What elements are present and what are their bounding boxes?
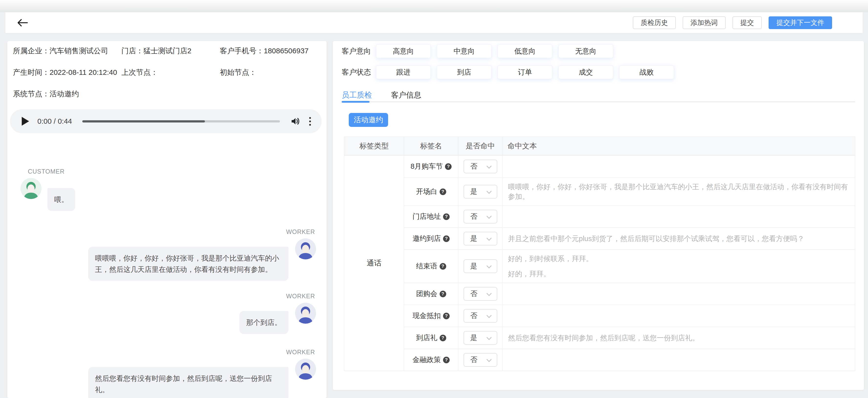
tab-divider xyxy=(342,102,855,102)
chevron-down-icon xyxy=(486,263,491,268)
question-icon[interactable]: ? xyxy=(440,291,446,297)
prev-node-field: 上次节点： xyxy=(121,67,158,78)
audio-played xyxy=(82,120,205,122)
chevron-down-icon xyxy=(486,291,491,296)
hit-select[interactable]: 是 xyxy=(464,259,497,273)
volume-icon[interactable] xyxy=(290,116,301,126)
node-tag-button[interactable]: 活动邀约 xyxy=(349,113,388,127)
hit-text-cell xyxy=(503,349,855,371)
col-header-tag-name: 标签名 xyxy=(404,137,458,155)
chevron-down-icon xyxy=(486,235,491,240)
hit-select[interactable]: 否 xyxy=(464,210,497,223)
submit-button[interactable]: 提交 xyxy=(733,17,762,29)
question-icon[interactable]: ? xyxy=(443,235,450,242)
status-lost-button[interactable]: 战败 xyxy=(619,65,674,79)
intent-label: 客户意向 xyxy=(342,46,376,56)
question-icon[interactable]: ? xyxy=(443,313,450,319)
chat-bubble: 然后您看您有没有时间参加，然后到店呢，送您一份到店礼。 xyxy=(88,367,288,398)
system-node-field: 系统节点：活动邀约 xyxy=(13,88,79,99)
hit-select[interactable]: 是 xyxy=(464,331,497,345)
intent-row: 客户意向 高意向 中意向 低意向 无意向 xyxy=(342,44,613,58)
hit-text-cell xyxy=(503,283,855,305)
status-follow-button[interactable]: 跟进 xyxy=(376,65,431,79)
question-icon[interactable]: ? xyxy=(440,189,446,195)
worker-avatar xyxy=(295,359,316,380)
question-icon[interactable]: ? xyxy=(440,335,446,341)
audio-time: 0:00 / 0:44 xyxy=(37,117,72,125)
question-icon[interactable]: ? xyxy=(443,214,450,220)
call-detail-panel: 所属企业：汽车销售测试公司 门店：猛士测试门店2 客户手机号：180865069… xyxy=(7,41,327,398)
info-row-2: 产生时间：2022-08-11 20:12:40 上次节点： 初始节点： xyxy=(7,67,327,78)
store-field: 门店：猛士测试门店2 xyxy=(121,46,191,56)
company-field: 所属企业：汽车销售测试公司 xyxy=(13,46,108,56)
worker-avatar xyxy=(295,238,316,259)
table-row: 团购会? 否 xyxy=(404,283,855,305)
chat-message-worker-3: WORKER 然后您看您有没有时间参加，然后到店呢，送您一份到店礼。 xyxy=(88,349,316,398)
qc-panel: 客户意向 高意向 中意向 低意向 无意向 客户状态 跟进 到店 订单 成交 战败… xyxy=(333,41,864,390)
tab-staff-qc[interactable]: 员工质检 xyxy=(342,90,372,107)
speaker-label: CUSTOMER xyxy=(28,168,65,175)
hit-select[interactable]: 是 xyxy=(464,185,497,199)
intent-low-button[interactable]: 低意向 xyxy=(497,44,553,58)
active-tab-indicator xyxy=(342,101,370,103)
status-label: 客户状态 xyxy=(342,67,376,77)
hit-text-cell: 并且之前您看中那个元plus到货了，然后后期可以安排那个试乘试驾，您看可以，您看… xyxy=(503,228,855,249)
table-row: 门店地址? 否 xyxy=(404,205,855,227)
hit-text-cell xyxy=(503,206,855,227)
hit-select[interactable]: 否 xyxy=(464,309,497,323)
qc-table: 标签类型 标签名 是否命中 命中文本 通话 8月购车节? 否 开场白? 是 喂喂… xyxy=(344,136,855,371)
chevron-down-icon xyxy=(486,357,491,362)
tabs: 员工质检 客户信息 xyxy=(342,90,421,107)
hit-text-cell: 喂喂喂，你好，你好，你好张哥，我是那个比亚迪汽车的小王，然后这几天店里在做活动，… xyxy=(503,178,855,205)
intent-mid-button[interactable]: 中意向 xyxy=(437,44,492,58)
tag-type-cell: 通话 xyxy=(344,155,404,371)
table-row: 邀约到店? 是 并且之前您看中那个元plus到货了，然后后期可以安排那个试乘试驾… xyxy=(404,227,855,249)
hit-select[interactable]: 否 xyxy=(464,160,497,173)
hit-select[interactable]: 否 xyxy=(464,353,497,367)
status-deal-button[interactable]: 成交 xyxy=(558,65,613,79)
question-icon[interactable]: ? xyxy=(440,263,446,269)
status-visit-button[interactable]: 到店 xyxy=(437,65,492,79)
customer-avatar xyxy=(21,178,41,199)
question-icon[interactable]: ? xyxy=(443,357,450,363)
worker-avatar xyxy=(295,303,316,324)
speaker-label: WORKER xyxy=(286,228,315,235)
hit-text-cell xyxy=(503,155,855,177)
speaker-label: WORKER xyxy=(286,293,315,300)
hit-select[interactable]: 否 xyxy=(464,287,497,301)
col-header-tag-type: 标签类型 xyxy=(344,137,404,155)
phone-field: 客户手机号：18086506937 xyxy=(220,46,309,56)
back-button[interactable] xyxy=(15,16,30,30)
chat-bubble: 那个到店。 xyxy=(239,311,288,334)
tab-customer-info[interactable]: 客户信息 xyxy=(391,90,421,107)
table-row: 开场白? 是 喂喂喂，你好，你好，你好张哥，我是那个比亚迪汽车的小王，然后这几天… xyxy=(404,177,855,205)
audio-player[interactable]: 0:00 / 0:44 xyxy=(10,109,322,133)
chat-message-worker-1: WORKER 喂喂喂，你好，你好，你好张哥，我是那个比亚迪汽车的小王，然后这几天… xyxy=(88,228,316,281)
topbar: 质检历史 添加热词 提交 提交并下一文件 xyxy=(5,12,863,33)
chevron-down-icon xyxy=(486,313,491,318)
status-row: 客户状态 跟进 到店 订单 成交 战败 xyxy=(342,65,674,79)
chevron-down-icon xyxy=(486,335,491,340)
hit-text-cell: 然后您看您有没有时间参加，然后到店呢，送您一份到店礼。 xyxy=(503,327,855,349)
intent-none-button[interactable]: 无意向 xyxy=(558,44,613,58)
intent-high-button[interactable]: 高意向 xyxy=(376,44,431,58)
col-header-hit-text: 命中文本 xyxy=(503,137,855,155)
table-row: 8月购车节? 否 xyxy=(404,155,855,177)
chevron-down-icon xyxy=(486,214,491,219)
speaker-label: WORKER xyxy=(286,349,315,356)
play-icon[interactable] xyxy=(22,117,29,126)
more-options-icon[interactable] xyxy=(309,117,311,126)
table-row: 结束语? 是 好的，到时候联系，拜拜。好的，拜拜。 xyxy=(404,249,855,283)
question-icon[interactable]: ? xyxy=(445,163,452,170)
table-row: 金融政策? 否 xyxy=(404,349,855,371)
add-hotword-button[interactable]: 添加热词 xyxy=(683,17,725,29)
hit-text-cell: 好的，到时候联系，拜拜。好的，拜拜。 xyxy=(503,250,855,283)
chat-message-worker-2: WORKER 那个到店。 xyxy=(239,293,316,334)
qc-history-button[interactable]: 质检历史 xyxy=(633,17,676,29)
init-node-field: 初始节点： xyxy=(220,67,256,78)
hit-select[interactable]: 是 xyxy=(464,232,497,246)
audio-progress-bar[interactable] xyxy=(82,120,280,122)
info-row-3: 系统节点：活动邀约 xyxy=(7,88,327,99)
status-order-button[interactable]: 订单 xyxy=(497,65,553,79)
submit-next-button[interactable]: 提交并下一文件 xyxy=(769,17,832,29)
